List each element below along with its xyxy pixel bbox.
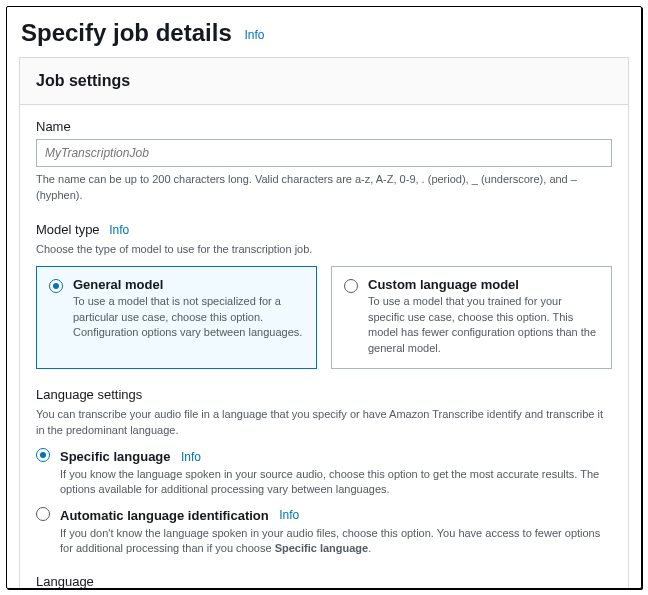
job-settings-heading: Job settings (20, 58, 628, 105)
page-info-link[interactable]: Info (244, 28, 264, 42)
radio-icon (36, 507, 50, 521)
radio-icon (344, 279, 358, 293)
page-title-text: Specify job details (21, 19, 232, 46)
page-container: Specify job details Info Job settings Na… (6, 6, 642, 589)
specific-language-info-link[interactable]: Info (181, 450, 201, 464)
radio-automatic-language-identification[interactable]: Automatic language identification Info I… (36, 506, 612, 557)
radio-specific-language[interactable]: Specific language Info If you know the l… (36, 447, 612, 498)
specific-language-title: Specific language (60, 449, 171, 464)
language-label: Language (36, 574, 612, 589)
model-type-info-link[interactable]: Info (109, 223, 129, 237)
model-type-tiles: General model To use a model that is not… (36, 266, 612, 369)
radio-icon (49, 279, 63, 293)
model-type-label-text: Model type (36, 222, 100, 237)
general-model-desc: To use a model that is not specialized f… (73, 294, 304, 340)
specific-language-desc: If you know the language spoken in your … (60, 467, 612, 498)
auto-language-info-link[interactable]: Info (279, 508, 299, 522)
tile-custom-language-model[interactable]: Custom language model To use a model tha… (331, 266, 612, 369)
language-settings-label: Language settings (36, 387, 612, 402)
name-label: Name (36, 119, 612, 134)
general-model-title: General model (73, 277, 304, 292)
page-title: Specify job details Info (7, 7, 641, 57)
auto-language-desc: If you don't know the language spoken in… (60, 526, 612, 557)
custom-model-desc: To use a model that you trained for your… (368, 294, 599, 356)
tile-general-model[interactable]: General model To use a model that is not… (36, 266, 317, 369)
model-type-label: Model type Info (36, 222, 612, 238)
model-type-hint: Choose the type of model to use for the … (36, 242, 612, 258)
language-settings-hint: You can transcribe your audio file in a … (36, 407, 612, 439)
job-settings-body: Name The name can be up to 200 character… (20, 105, 628, 589)
job-settings-panel: Job settings Name The name can be up to … (19, 57, 629, 589)
auto-language-title: Automatic language identification (60, 508, 269, 523)
radio-icon (36, 448, 50, 462)
custom-model-title: Custom language model (368, 277, 599, 292)
name-input[interactable] (36, 139, 612, 167)
name-hint: The name can be up to 200 characters lon… (36, 172, 612, 204)
